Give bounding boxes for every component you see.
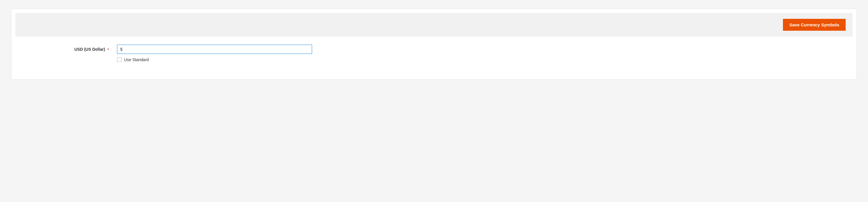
use-standard-label: Use Standard — [124, 57, 149, 62]
use-standard-checkbox[interactable] — [117, 57, 122, 62]
currency-symbols-panel: Save Currency Symbols USD (US Dollar) * … — [11, 9, 857, 80]
currency-input-col: Use Standard — [117, 45, 312, 62]
currency-label: USD (US Dollar) — [74, 47, 105, 52]
currency-row-usd: USD (US Dollar) * Use Standard — [18, 45, 850, 62]
currency-symbol-input[interactable] — [117, 45, 312, 54]
required-mark: * — [107, 47, 109, 52]
currency-label-col: USD (US Dollar) * — [18, 45, 117, 52]
use-standard-row: Use Standard — [117, 57, 312, 62]
save-currency-symbols-button[interactable]: Save Currency Symbols — [783, 19, 846, 31]
toolbar: Save Currency Symbols — [16, 13, 852, 36]
form-section: USD (US Dollar) * Use Standard — [11, 36, 857, 79]
